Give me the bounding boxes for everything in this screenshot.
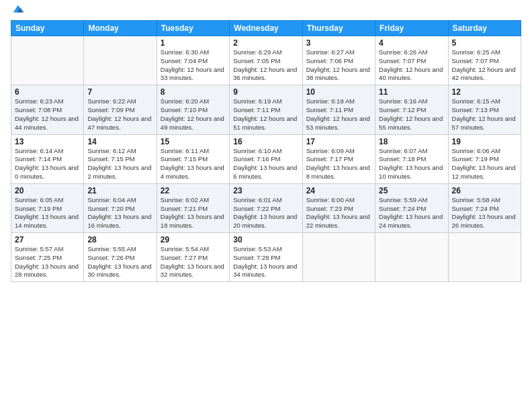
week-row-5: 27Sunrise: 5:57 AMSunset: 7:25 PMDayligh…: [11, 233, 521, 282]
day-cell: 12Sunrise: 6:15 AMSunset: 7:13 PMDayligh…: [448, 85, 521, 134]
day-info: Sunrise: 6:30 AMSunset: 7:04 PMDaylight:…: [161, 48, 226, 83]
week-row-4: 20Sunrise: 6:05 AMSunset: 7:19 PMDayligh…: [11, 183, 521, 232]
day-number: 23: [233, 186, 298, 195]
day-number: 28: [87, 235, 152, 244]
day-info: Sunrise: 5:54 AMSunset: 7:27 PMDaylight:…: [161, 245, 226, 279]
day-info: Sunrise: 6:10 AMSunset: 7:16 PMDaylight:…: [233, 147, 298, 181]
day-info: Sunrise: 6:23 AMSunset: 7:08 PMDaylight:…: [15, 97, 80, 132]
day-number: 9: [233, 87, 298, 97]
day-number: 26: [452, 186, 517, 195]
day-info: Sunrise: 5:57 AMSunset: 7:25 PMDaylight:…: [15, 245, 80, 279]
day-number: 22: [161, 186, 226, 195]
day-number: 29: [161, 235, 226, 244]
day-info: Sunrise: 6:29 AMSunset: 7:05 PMDaylight:…: [233, 48, 298, 83]
day-number: 15: [161, 137, 226, 146]
day-cell: 4Sunrise: 6:26 AMSunset: 7:07 PMDaylight…: [375, 36, 448, 85]
day-info: Sunrise: 6:06 AMSunset: 7:19 PMDaylight:…: [452, 147, 517, 181]
day-cell: 17Sunrise: 6:09 AMSunset: 7:17 PMDayligh…: [302, 134, 375, 183]
day-info: Sunrise: 5:59 AMSunset: 7:24 PMDaylight:…: [379, 196, 444, 230]
day-number: 18: [379, 137, 444, 146]
day-cell: 21Sunrise: 6:04 AMSunset: 7:20 PMDayligh…: [84, 183, 157, 232]
day-cell: [84, 36, 157, 85]
day-info: Sunrise: 6:20 AMSunset: 7:10 PMDaylight:…: [161, 97, 226, 132]
day-info: Sunrise: 6:07 AMSunset: 7:18 PMDaylight:…: [379, 147, 444, 181]
day-info: Sunrise: 6:00 AMSunset: 7:23 PMDaylight:…: [306, 196, 371, 230]
day-info: Sunrise: 6:05 AMSunset: 7:19 PMDaylight:…: [15, 196, 80, 230]
day-cell: 27Sunrise: 5:57 AMSunset: 7:25 PMDayligh…: [11, 233, 84, 282]
weekday-saturday: Saturday: [448, 21, 521, 36]
day-number: 25: [379, 186, 444, 195]
day-info: Sunrise: 6:25 AMSunset: 7:07 PMDaylight:…: [452, 48, 517, 83]
page: SundayMondayTuesdayWednesdayThursdayFrid…: [0, 0, 532, 411]
week-row-2: 6Sunrise: 6:23 AMSunset: 7:08 PMDaylight…: [11, 85, 521, 134]
logo: [11, 8, 24, 15]
day-number: 27: [15, 235, 80, 244]
day-number: 19: [452, 137, 517, 146]
day-cell: 14Sunrise: 6:12 AMSunset: 7:15 PMDayligh…: [84, 134, 157, 183]
day-number: 30: [233, 235, 298, 244]
day-cell: 11Sunrise: 6:16 AMSunset: 7:12 PMDayligh…: [375, 85, 448, 134]
day-number: 5: [452, 38, 517, 48]
day-cell: 30Sunrise: 5:53 AMSunset: 7:28 PMDayligh…: [230, 233, 302, 282]
day-number: 12: [452, 87, 517, 97]
day-cell: 25Sunrise: 5:59 AMSunset: 7:24 PMDayligh…: [375, 183, 448, 232]
day-cell: 6Sunrise: 6:23 AMSunset: 7:08 PMDaylight…: [11, 85, 84, 134]
day-cell: 2Sunrise: 6:29 AMSunset: 7:05 PMDaylight…: [230, 36, 302, 85]
weekday-header-row: SundayMondayTuesdayWednesdayThursdayFrid…: [11, 21, 521, 36]
day-info: Sunrise: 5:53 AMSunset: 7:28 PMDaylight:…: [233, 245, 298, 279]
week-row-3: 13Sunrise: 6:14 AMSunset: 7:14 PMDayligh…: [11, 134, 521, 183]
weekday-thursday: Thursday: [302, 21, 375, 36]
day-cell: [375, 233, 448, 282]
weekday-friday: Friday: [375, 21, 448, 36]
day-cell: 20Sunrise: 6:05 AMSunset: 7:19 PMDayligh…: [11, 183, 84, 232]
day-info: Sunrise: 6:15 AMSunset: 7:13 PMDaylight:…: [452, 97, 517, 132]
day-cell: 1Sunrise: 6:30 AMSunset: 7:04 PMDaylight…: [157, 36, 229, 85]
day-cell: 18Sunrise: 6:07 AMSunset: 7:18 PMDayligh…: [375, 134, 448, 183]
day-number: 14: [87, 137, 152, 146]
day-info: Sunrise: 6:04 AMSunset: 7:20 PMDaylight:…: [87, 196, 152, 230]
day-info: Sunrise: 6:02 AMSunset: 7:21 PMDaylight:…: [161, 196, 226, 230]
weekday-monday: Monday: [84, 21, 157, 36]
day-number: 7: [87, 87, 152, 97]
day-cell: 5Sunrise: 6:25 AMSunset: 7:07 PMDaylight…: [448, 36, 521, 85]
day-cell: 26Sunrise: 5:58 AMSunset: 7:24 PMDayligh…: [448, 183, 521, 232]
day-number: 11: [379, 87, 444, 97]
day-number: 24: [306, 186, 371, 195]
day-number: 20: [15, 186, 80, 195]
day-cell: 13Sunrise: 6:14 AMSunset: 7:14 PMDayligh…: [11, 134, 84, 183]
day-cell: 15Sunrise: 6:11 AMSunset: 7:15 PMDayligh…: [157, 134, 229, 183]
day-number: 4: [379, 38, 444, 48]
week-row-1: 1Sunrise: 6:30 AMSunset: 7:04 PMDaylight…: [11, 36, 521, 85]
day-number: 8: [161, 87, 226, 97]
day-cell: 7Sunrise: 6:22 AMSunset: 7:09 PMDaylight…: [84, 85, 157, 134]
day-cell: [448, 233, 521, 282]
day-info: Sunrise: 6:19 AMSunset: 7:11 PMDaylight:…: [233, 97, 298, 132]
day-number: 21: [87, 186, 152, 195]
day-cell: [302, 233, 375, 282]
day-cell: 10Sunrise: 6:18 AMSunset: 7:11 PMDayligh…: [302, 85, 375, 134]
weekday-tuesday: Tuesday: [157, 21, 229, 36]
day-info: Sunrise: 5:58 AMSunset: 7:24 PMDaylight:…: [452, 196, 517, 230]
day-cell: 9Sunrise: 6:19 AMSunset: 7:11 PMDaylight…: [230, 85, 302, 134]
day-cell: 22Sunrise: 6:02 AMSunset: 7:21 PMDayligh…: [157, 183, 229, 232]
day-info: Sunrise: 6:12 AMSunset: 7:15 PMDaylight:…: [87, 147, 152, 181]
header: [11, 8, 521, 15]
day-cell: 3Sunrise: 6:27 AMSunset: 7:06 PMDaylight…: [302, 36, 375, 85]
day-cell: 19Sunrise: 6:06 AMSunset: 7:19 PMDayligh…: [448, 134, 521, 183]
day-info: Sunrise: 5:55 AMSunset: 7:26 PMDaylight:…: [87, 245, 152, 279]
day-number: 6: [15, 87, 80, 97]
weekday-wednesday: Wednesday: [230, 21, 302, 36]
day-info: Sunrise: 6:16 AMSunset: 7:12 PMDaylight:…: [379, 97, 444, 132]
day-cell: 24Sunrise: 6:00 AMSunset: 7:23 PMDayligh…: [302, 183, 375, 232]
day-cell: 23Sunrise: 6:01 AMSunset: 7:22 PMDayligh…: [230, 183, 302, 232]
calendar: SundayMondayTuesdayWednesdayThursdayFrid…: [11, 20, 521, 282]
day-number: 16: [233, 137, 298, 146]
weekday-sunday: Sunday: [11, 21, 84, 36]
day-number: 1: [161, 38, 226, 48]
day-cell: 28Sunrise: 5:55 AMSunset: 7:26 PMDayligh…: [84, 233, 157, 282]
day-info: Sunrise: 6:18 AMSunset: 7:11 PMDaylight:…: [306, 97, 371, 132]
day-cell: [11, 36, 84, 85]
day-info: Sunrise: 6:01 AMSunset: 7:22 PMDaylight:…: [233, 196, 298, 230]
day-number: 10: [306, 87, 371, 97]
day-number: 2: [233, 38, 298, 48]
